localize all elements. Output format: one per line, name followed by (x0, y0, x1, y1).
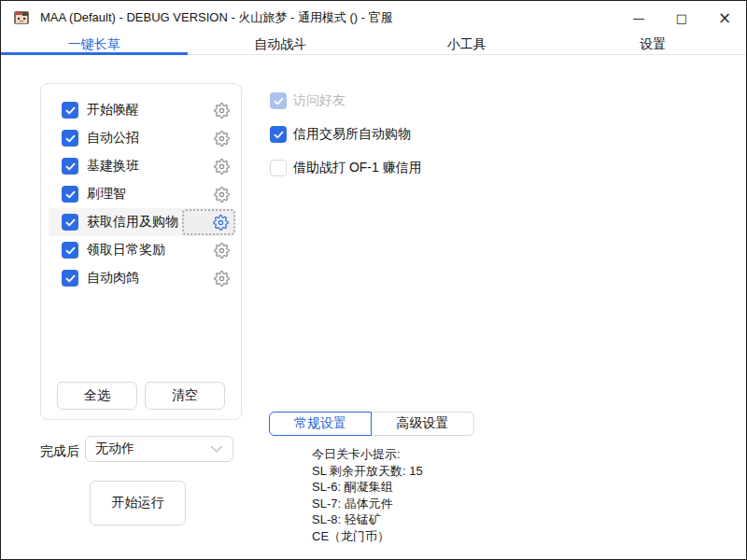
task-label[interactable]: 领取日常奖励 (87, 242, 165, 259)
tip-line: 今日关卡小提示: (312, 446, 423, 463)
task-label[interactable]: 基建换班 (87, 158, 139, 175)
task-row-recruit[interactable]: 自动公招 (49, 124, 233, 152)
tab-settings[interactable]: 设置 (560, 35, 747, 54)
task-row-wakeup[interactable]: 开始唤醒 (49, 96, 233, 124)
task-settings-button-focused[interactable] (182, 209, 235, 235)
check-icon (65, 134, 76, 143)
task-row-roguelike[interactable]: 自动肉鸽 (49, 264, 233, 292)
select-all-button[interactable]: 全选 (57, 382, 137, 410)
task-label[interactable]: 刷理智 (87, 186, 126, 203)
task-checkbox[interactable] (62, 158, 78, 175)
start-button[interactable]: 开始运行 (90, 481, 186, 525)
option-checkbox[interactable] (270, 160, 287, 176)
option-label[interactable]: 借助战打 OF-1 赚信用 (293, 160, 422, 176)
task-checkbox[interactable] (62, 214, 78, 231)
check-icon (65, 246, 76, 255)
task-label[interactable]: 获取信用及购物 (87, 214, 178, 231)
task-checkbox[interactable] (62, 242, 78, 259)
minimize-icon[interactable]: — (617, 1, 660, 35)
nav-tab-bar: 一键长草 自动战斗 小工具 设置 (1, 35, 746, 55)
option-label: 访问好友 (293, 92, 345, 109)
task-label[interactable]: 开始唤醒 (87, 102, 139, 119)
check-icon (65, 162, 76, 171)
task-row-base[interactable]: 基建换班 (49, 152, 233, 180)
gear-icon (214, 187, 230, 203)
app-window: MAA (Default) - DEBUG VERSION - 火山旅梦 - 通… (0, 0, 747, 560)
gear-icon (214, 271, 230, 287)
task-card-buttons: 全选 清空 (41, 382, 241, 410)
check-icon (65, 274, 76, 283)
gear-icon (213, 215, 229, 231)
option-row-of1-credit[interactable]: 借助战打 OF-1 赚信用 (270, 160, 422, 176)
tab-onekey-farming[interactable]: 一键长草 (1, 35, 188, 54)
option-checkbox[interactable] (270, 126, 287, 143)
check-icon (65, 190, 76, 199)
stage-tips: 今日关卡小提示: SL 剩余开放天数: 15 SL-6: 酮凝集组 SL-7: … (312, 446, 423, 545)
check-icon (65, 218, 76, 227)
option-row-credit-auto-shopping[interactable]: 信用交易所自动购物 (270, 126, 411, 143)
chevron-down-icon (210, 445, 223, 453)
check-icon (274, 131, 284, 139)
tab-general-settings[interactable]: 常规设置 (269, 412, 372, 436)
check-icon (65, 106, 76, 115)
check-icon (274, 97, 284, 105)
tab-utilities[interactable]: 小工具 (374, 35, 560, 54)
task-checkbox[interactable] (62, 130, 78, 147)
task-settings-button[interactable] (209, 154, 233, 178)
title-bar: MAA (Default) - DEBUG VERSION - 火山旅梦 - 通… (1, 1, 746, 35)
task-settings-button[interactable] (209, 266, 233, 290)
task-rows: 开始唤醒 自动公招 基建换班 (41, 84, 241, 292)
tip-line: CE（龙门币） (312, 528, 423, 545)
task-label[interactable]: 自动肉鸽 (87, 270, 139, 287)
task-checkbox[interactable] (62, 270, 78, 287)
tip-line: SL 剩余开放天数: 15 (312, 463, 423, 480)
tab-auto-battle[interactable]: 自动战斗 (188, 35, 374, 54)
task-settings-button[interactable] (209, 238, 233, 262)
task-row-daily-rewards[interactable]: 领取日常奖励 (49, 236, 233, 264)
task-settings-button[interactable] (209, 98, 233, 122)
gear-icon (214, 159, 230, 175)
gear-icon (214, 131, 230, 147)
close-icon[interactable]: × (703, 1, 746, 35)
task-label[interactable]: 自动公招 (87, 130, 139, 147)
task-settings-button[interactable] (209, 126, 233, 150)
task-settings-button[interactable] (209, 182, 233, 206)
gear-icon (214, 243, 230, 259)
tab-advanced-settings[interactable]: 高级设置 (372, 412, 474, 436)
maximize-icon[interactable]: □ (660, 1, 703, 35)
app-icon (13, 9, 30, 26)
task-checkbox[interactable] (62, 102, 78, 119)
after-completion-label: 完成后 (40, 443, 79, 460)
option-checkbox (270, 92, 287, 109)
clear-button[interactable]: 清空 (145, 382, 225, 410)
task-checkbox[interactable] (62, 186, 78, 203)
task-list-card: 开始唤醒 自动公招 基建换班 (40, 83, 242, 420)
after-completion-select[interactable]: 无动作 (85, 436, 233, 462)
tip-line: SL-6: 酮凝集组 (312, 479, 423, 496)
after-completion-value: 无动作 (95, 441, 134, 457)
tip-line: SL-7: 晶体元件 (312, 496, 423, 512)
tip-line: SL-8: 轻锰矿 (312, 511, 423, 528)
settings-tab-bar: 常规设置 高级设置 (269, 412, 474, 436)
window-controls: — □ × (617, 1, 746, 35)
option-label[interactable]: 信用交易所自动购物 (293, 126, 411, 143)
window-title: MAA (Default) - DEBUG VERSION - 火山旅梦 - 通… (40, 9, 393, 26)
gear-icon (214, 103, 230, 119)
task-row-credit-shopping[interactable]: 获取信用及购物 (49, 208, 233, 236)
task-row-sanity[interactable]: 刷理智 (49, 180, 233, 208)
option-row-visit-friends: 访问好友 (270, 92, 345, 109)
